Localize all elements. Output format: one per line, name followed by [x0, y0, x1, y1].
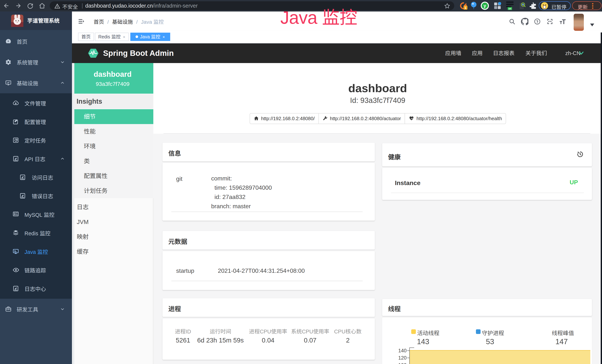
- svg-text:on: on: [508, 7, 511, 10]
- svg-text:y: y: [484, 3, 486, 8]
